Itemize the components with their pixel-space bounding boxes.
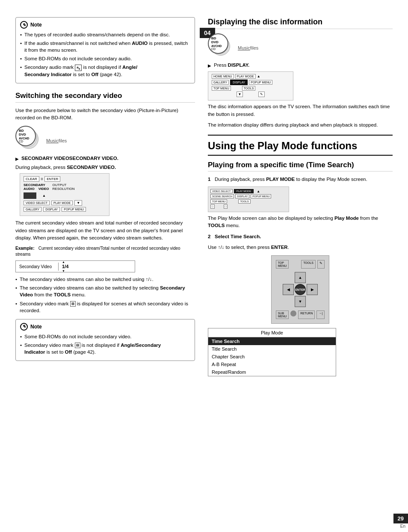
- remote-btn-down: ▼: [74, 200, 82, 206]
- remote-btn-clear: CLEAR: [24, 176, 39, 182]
- disc-label-cd-2: CD: [211, 47, 216, 51]
- switching-body2: The current secondary video stream and t…: [15, 219, 195, 242]
- note-item-1-2: If the audio stream/channel is not switc…: [20, 40, 190, 53]
- note-title-2: ✎ Note: [20, 323, 190, 331]
- dd-row-1: HOME MENU PLAY MODE ▲: [212, 74, 290, 79]
- remote-diagram-1: CLEAR 0 ENTER SECONDARYAUDIO VIDEO OUTPU…: [20, 173, 109, 216]
- sr-row-1: VIDEO SELECT PLAY MODE ▲: [210, 189, 287, 193]
- disc-label-avchd-2: AVCHD: [211, 44, 222, 48]
- page-number-badge: 29: [393, 514, 408, 523]
- dpad-circle: [290, 310, 296, 316]
- switching-bullets: The secondary video streams can also be …: [15, 276, 195, 313]
- dpad-empty-tr: [307, 272, 318, 283]
- dd-row-2: GALLERY DISPLAY POPUP MENU: [212, 80, 290, 85]
- play-mode-item-2: Chapter Search: [208, 353, 336, 361]
- stream-fraction: 1/4: [62, 264, 68, 269]
- remote-btn-dark-1: [24, 192, 36, 199]
- stream-box: Secondary Video ▲ 1/4 ▼: [15, 260, 135, 272]
- music-underline-1: Music: [46, 138, 59, 143]
- play-mode-item-3: A-B Repeat: [208, 361, 336, 368]
- dd-btn-playback: PLAY MODE: [235, 74, 256, 79]
- switching-body: Use the procedure below to switch the se…: [15, 107, 195, 122]
- remote-btn-popup: POPUP MENU: [62, 207, 86, 212]
- example-label: Example:: [15, 246, 34, 251]
- arrow-right-icon-1: ▶: [15, 157, 19, 161]
- dpad-tools: TOOLS: [301, 260, 316, 269]
- disc-label-dvd: DVD: [19, 133, 26, 137]
- disc-label-cd: CD: [19, 140, 23, 143]
- sr-btn-display2: DISPLAY: [235, 194, 249, 198]
- step2-play-mode: 2 Select Time Search.: [208, 233, 393, 240]
- play-mode-heading: Using the Play Mode functions: [208, 140, 393, 156]
- sr-btn-scene: SCENE SEARCH: [210, 194, 234, 198]
- remote-btn-play-mode: PLAY MODE: [51, 201, 73, 205]
- note-box-2: ✎ Note Some BD-ROMs do not include secon…: [15, 319, 195, 361]
- stream-value: ▲ 1/4 ▼: [59, 259, 72, 274]
- note-list-2: Some BD-ROMs do not include secondary vi…: [20, 333, 190, 355]
- disc-stack-1: BD DVD AVCHD CD: [15, 126, 41, 151]
- dpad-up: ▲: [295, 272, 306, 283]
- right-column: 04 Displaying the disc information BD DV…: [208, 17, 393, 515]
- sr-btn-play-mode-dark: PLAY MODE: [234, 189, 254, 193]
- sr-btn-topmenu2: TOP MENU: [210, 199, 227, 204]
- dd-btn-down2: ▼: [237, 92, 243, 97]
- note-list-1: The types of recorded audio streams/chan…: [20, 31, 190, 78]
- note-item-2-2: Secondary video mark ⊟ is not displayed …: [20, 342, 190, 355]
- secondary-video-label: SECONDARYAUDIO VIDEO: [24, 183, 49, 191]
- dd-btn-display-dark: DISPLAY: [230, 80, 248, 85]
- switching-heading: Switching the secondary video: [15, 91, 195, 103]
- step1-num: 1: [208, 177, 210, 182]
- sr-arrow-up: ▲: [257, 189, 260, 193]
- dpad-top-menu: TOPMENU: [276, 260, 289, 269]
- dd-row-3: TOP MENU TOOLS: [212, 86, 290, 91]
- remote-btn-video-sel: VIDEO SELECT: [24, 201, 50, 205]
- switching-bullet-2: The secondary video streams can also be …: [15, 284, 195, 298]
- dpad-container: TOPMENU TOOLS ✎ ▲ ◀ ENTER ▶ ▼: [208, 255, 393, 324]
- dpad-vol: →|: [316, 310, 325, 319]
- secondary-video-mark-icon: ⊟: [70, 301, 76, 307]
- step2-use-text: Use ↑/↓ to select, then press ENTER.: [208, 244, 393, 251]
- dd-btn-topmenu: TOP MENU: [212, 86, 231, 91]
- step1-text: SECONDARY VIDEOSECONDARY VIDEO.: [21, 156, 118, 161]
- press-display-text: Press DISPLAY.: [214, 62, 249, 68]
- dpad-empty-br: [307, 296, 318, 307]
- sr-row-2: SCENE SEARCH DISPLAY POPUP MENU: [210, 194, 287, 198]
- note-item-1-3: Some BD-ROMs do not include secondary au…: [20, 55, 190, 62]
- dpad-right: ▶: [307, 284, 318, 295]
- note-item-2-1: Some BD-ROMs do not include secondary vi…: [20, 333, 190, 340]
- sr-btn-tools3: TOOLS: [238, 199, 250, 204]
- remote-btn-enter: ENTER: [44, 176, 60, 182]
- dpad-return: RETURN: [298, 310, 315, 319]
- switching-bullet-1: The secondary video streams can also be …: [15, 276, 195, 283]
- disc-label-avchd: AVCHD: [19, 137, 29, 140]
- stream-label: Secondary Video: [16, 263, 59, 271]
- disc-icon-area-2: BD DVD AVCHD CD Musicfiles: [208, 33, 393, 58]
- stream-down-arrow: ▼: [62, 269, 68, 272]
- step2-text: Select Time Search.: [215, 234, 261, 239]
- remote-btn-gallery: GALLERY: [24, 207, 41, 212]
- display-remote-diagram: HOME MENU PLAY MODE ▲ GALLERY DISPLAY PO…: [208, 71, 293, 100]
- sr-btn-sm2: □: [224, 204, 228, 209]
- dpad-top-row: TOPMENU TOOLS ✎: [276, 260, 325, 269]
- remote-row-2: SECONDARYAUDIO VIDEO OUTPUTRESOLUTION: [24, 183, 106, 191]
- note-box-1: ✎ Note The types of recorded audio strea…: [15, 17, 195, 83]
- music-underline-2: Music: [238, 45, 250, 50]
- note-item-1-4: Secondary audio mark as is not displayed…: [20, 64, 190, 78]
- sr-row-4: □ □: [210, 204, 287, 209]
- remote-btn-display: DISPLAY: [43, 207, 60, 212]
- displaying-body1: The disc information appears on the TV s…: [208, 103, 393, 118]
- remote-row-1: CLEAR 0 ENTER: [24, 176, 106, 182]
- page-number-sub: En: [400, 524, 405, 529]
- dpad-empty-tl: [283, 272, 294, 283]
- dpad-left: ◀: [283, 284, 294, 295]
- dpad-down: ▼: [295, 296, 306, 307]
- dpad-bottom-row: SUBMENU RETURN →|: [276, 310, 325, 319]
- sr-btn-popup3: POPUP MENU: [251, 194, 271, 198]
- note-icon-1: ✎: [20, 21, 28, 29]
- step1-play-mode: 1 During playback, press PLAY MODE to di…: [208, 176, 393, 183]
- note-label-2: Note: [30, 324, 42, 330]
- dpad-pencil: ✎: [317, 260, 325, 269]
- dpad-empty-bl: [283, 296, 294, 307]
- step-press-display: ▶ Press DISPLAY.: [208, 62, 393, 68]
- dd-arrow-up: ▲: [257, 74, 260, 78]
